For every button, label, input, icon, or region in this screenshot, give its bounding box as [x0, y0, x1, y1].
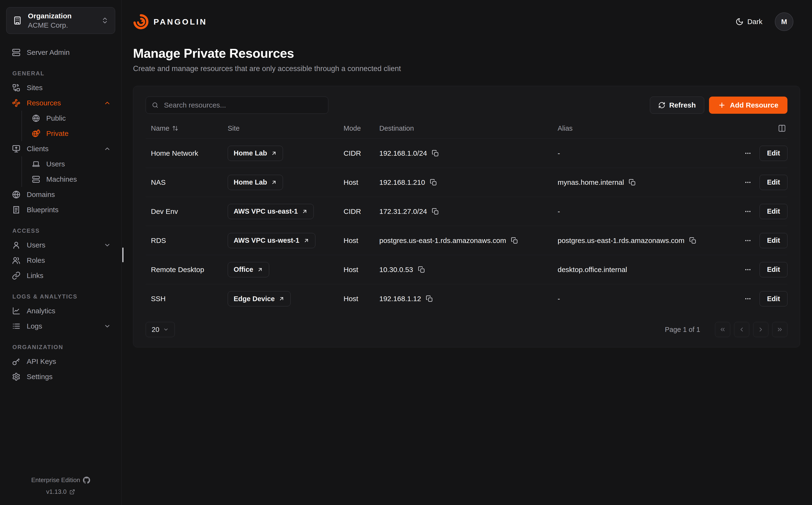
site-link-button[interactable]: Edge Device [228, 291, 290, 306]
sidebar-item-machines[interactable]: Machines [32, 172, 115, 187]
search-input[interactable] [164, 101, 322, 110]
resource-alias: mynas.home.internal [558, 178, 735, 186]
clients-subnav: Users Machines [21, 156, 115, 187]
sidebar-item-analytics[interactable]: Analytics [6, 303, 115, 319]
sites-icon [12, 83, 20, 92]
row-actions: Edit [735, 291, 787, 306]
sidebar-item-settings[interactable]: Settings [6, 369, 115, 384]
edit-button[interactable]: Edit [760, 291, 787, 306]
sidebar-item-clients[interactable]: Clients [6, 141, 115, 156]
chevrons-left-icon [719, 326, 726, 333]
sidebar-item-resources[interactable]: Resources [6, 96, 115, 111]
sidebar-item-private[interactable]: Private [32, 126, 115, 141]
sidebar-item-label: Server Admin [27, 48, 69, 56]
edit-button[interactable]: Edit [760, 262, 787, 277]
chevron-up-icon[interactable] [104, 100, 111, 107]
ellipsis-icon [744, 149, 752, 157]
edition-link[interactable]: Enterprise Edition [31, 476, 90, 484]
resources-subnav: Public Private [21, 111, 115, 141]
resource-name: Dev Env [151, 207, 228, 215]
chevron-up-icon[interactable] [104, 145, 111, 152]
org-selector-label: Organization [28, 11, 71, 20]
pagination: 20 Page 1 of 1 [146, 322, 787, 337]
version-link[interactable]: v1.13.0 [46, 488, 75, 495]
copy-alias-button[interactable] [629, 179, 636, 186]
edit-button[interactable]: Edit [760, 146, 787, 161]
sidebar-item-server-admin[interactable]: Server Admin [6, 45, 115, 60]
brand-logo[interactable]: PANGOLIN [133, 14, 207, 30]
site-link-button[interactable]: Home Lab [228, 175, 283, 190]
section-label-general: GENERAL [12, 70, 115, 77]
copy-destination-button[interactable] [511, 237, 518, 244]
main-content: PANGOLIN Dark M Manage Private Resources… [122, 0, 812, 505]
copy-destination-button[interactable] [430, 179, 437, 186]
refresh-button[interactable]: Refresh [650, 97, 704, 114]
section-label-access: ACCESS [12, 227, 115, 234]
copy-destination-button[interactable] [426, 295, 433, 302]
edit-button[interactable]: Edit [760, 233, 787, 248]
sort-icon[interactable] [172, 125, 178, 131]
brand-name: PANGOLIN [154, 17, 207, 26]
last-page-button[interactable] [772, 322, 787, 337]
avatar[interactable]: M [775, 12, 793, 31]
sidebar-item-sites[interactable]: Sites [6, 80, 115, 96]
site-link-button[interactable]: Office [228, 262, 269, 277]
resource-alias: - [558, 207, 735, 215]
row-menu-button[interactable] [743, 264, 753, 275]
row-menu-button[interactable] [743, 235, 753, 246]
plus-icon [718, 101, 726, 109]
resource-destination: 10.30.0.53 [379, 266, 558, 274]
sidebar-item-public[interactable]: Public [32, 111, 115, 126]
site-link-button[interactable]: AWS VPC us-west-1 [228, 233, 316, 248]
refresh-label: Refresh [669, 101, 696, 109]
ellipsis-icon [744, 236, 752, 244]
sidebar-item-blueprints[interactable]: Blueprints [6, 202, 115, 217]
edit-button[interactable]: Edit [760, 204, 787, 219]
theme-toggle[interactable]: Dark [736, 18, 762, 26]
org-selector-value: ACME Corp. [28, 20, 71, 30]
chevron-down-icon[interactable] [104, 241, 111, 249]
row-menu-button[interactable] [743, 206, 753, 217]
resources-card: Refresh Add Resource Name Site Mode [133, 86, 800, 347]
site-link-button[interactable]: AWS VPC us-east-1 [228, 204, 314, 219]
copy-destination-button[interactable] [432, 150, 439, 157]
theme-label: Dark [747, 18, 762, 26]
edit-button[interactable]: Edit [760, 175, 787, 190]
page-size-select[interactable]: 20 [146, 322, 175, 337]
chevron-left-icon [738, 326, 745, 333]
receipt-icon [12, 205, 20, 214]
first-page-button[interactable] [715, 322, 730, 337]
resource-destination: 192.168.1.0/24 [379, 149, 558, 157]
column-settings-button[interactable] [735, 124, 787, 132]
sidebar-item-logs[interactable]: Logs [6, 319, 115, 334]
copy-alias-button[interactable] [689, 237, 696, 244]
pager-buttons [715, 322, 787, 337]
table-row: RDS AWS VPC us-west-1 Host postgres.us-e… [146, 226, 787, 255]
previous-page-button[interactable] [734, 322, 749, 337]
row-menu-button[interactable] [743, 177, 753, 188]
org-selector[interactable]: Organization ACME Corp. [6, 7, 115, 34]
sidebar-item-api-keys[interactable]: API Keys [6, 354, 115, 369]
chevron-down-icon[interactable] [104, 323, 111, 330]
sidebar-item-links[interactable]: Links [6, 268, 115, 283]
sidebar-nav: Server Admin GENERAL Sites Resources Pub… [6, 45, 115, 384]
list-icon [12, 322, 20, 330]
row-actions: Edit [735, 233, 787, 248]
row-menu-button[interactable] [743, 293, 753, 304]
site-link-button[interactable]: Home Lab [228, 146, 283, 161]
sidebar-item-label: Private [46, 130, 68, 138]
arrow-up-right-icon [271, 150, 277, 156]
sidebar-item-client-users[interactable]: Users [32, 156, 115, 172]
sidebar-scrollbar-thumb[interactable] [122, 247, 124, 262]
copy-destination-button[interactable] [432, 208, 439, 215]
next-page-button[interactable] [753, 322, 768, 337]
copy-destination-button[interactable] [418, 266, 425, 273]
sidebar-item-users[interactable]: Users [6, 237, 115, 253]
add-resource-button[interactable]: Add Resource [709, 97, 787, 114]
sidebar-item-domains[interactable]: Domains [6, 187, 115, 202]
row-menu-button[interactable] [743, 148, 753, 159]
sidebar-item-roles[interactable]: Roles [6, 253, 115, 268]
server-icon [32, 175, 40, 183]
monitor-up-icon [12, 145, 20, 153]
column-header-name[interactable]: Name [151, 125, 228, 132]
